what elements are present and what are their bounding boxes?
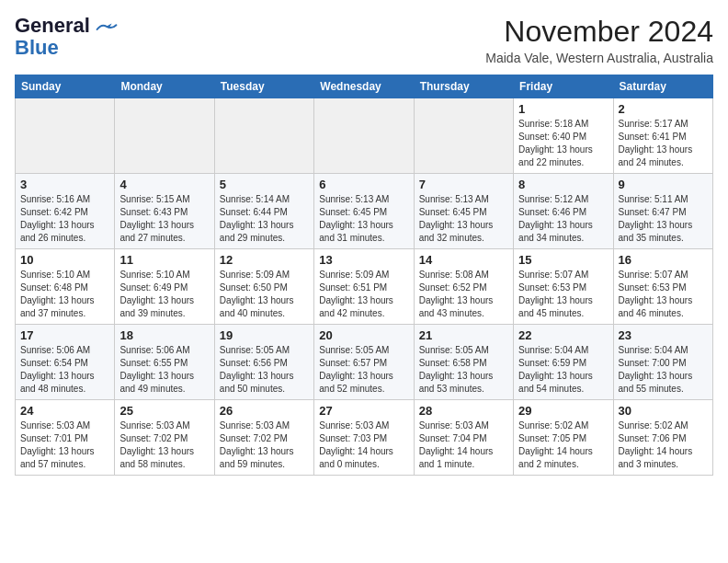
day-number: 29 [518, 404, 608, 418]
title-area: November 2024 Maida Vale, Western Austra… [485, 15, 713, 65]
day-number: 15 [518, 253, 608, 267]
day-info: Sunrise: 5:14 AM Sunset: 6:44 PM Dayligh… [220, 193, 309, 245]
day-info: Sunrise: 5:05 AM Sunset: 6:56 PM Dayligh… [220, 344, 309, 396]
calendar-cell: 29Sunrise: 5:02 AM Sunset: 7:05 PM Dayli… [514, 400, 613, 476]
week-row-4: 17Sunrise: 5:06 AM Sunset: 6:54 PM Dayli… [16, 325, 713, 400]
day-number: 10 [20, 253, 109, 267]
calendar-cell: 28Sunrise: 5:03 AM Sunset: 7:04 PM Dayli… [414, 400, 513, 476]
calendar-cell: 9Sunrise: 5:11 AM Sunset: 6:47 PM Daylig… [613, 174, 712, 249]
weekday-header-saturday: Saturday [613, 75, 712, 98]
day-number: 20 [319, 328, 408, 342]
day-number: 28 [419, 404, 508, 418]
day-info: Sunrise: 5:06 AM Sunset: 6:55 PM Dayligh… [119, 344, 209, 396]
calendar-cell: 10Sunrise: 5:10 AM Sunset: 6:48 PM Dayli… [16, 249, 115, 325]
day-number: 21 [419, 328, 508, 342]
day-info: Sunrise: 5:03 AM Sunset: 7:01 PM Dayligh… [20, 419, 109, 471]
day-number: 9 [619, 178, 708, 191]
weekday-header-row: SundayMondayTuesdayWednesdayThursdayFrid… [16, 75, 713, 98]
day-info: Sunrise: 5:05 AM Sunset: 6:58 PM Dayligh… [419, 344, 508, 396]
calendar: SundayMondayTuesdayWednesdayThursdayFrid… [15, 75, 713, 476]
day-number: 26 [220, 404, 309, 418]
day-number: 19 [220, 328, 309, 342]
day-number: 11 [119, 253, 209, 267]
day-number: 24 [20, 404, 109, 418]
calendar-cell: 20Sunrise: 5:05 AM Sunset: 6:57 PM Dayli… [314, 325, 414, 400]
day-info: Sunrise: 5:07 AM Sunset: 6:53 PM Dayligh… [619, 269, 708, 320]
calendar-cell: 27Sunrise: 5:03 AM Sunset: 7:03 PM Dayli… [314, 400, 414, 476]
day-info: Sunrise: 5:03 AM Sunset: 7:04 PM Dayligh… [419, 419, 508, 471]
calendar-cell: 17Sunrise: 5:06 AM Sunset: 6:54 PM Dayli… [16, 325, 115, 400]
logo-blue: Blue [15, 36, 59, 59]
day-number: 5 [220, 178, 309, 191]
day-info: Sunrise: 5:04 AM Sunset: 7:00 PM Dayligh… [619, 344, 708, 396]
day-info: Sunrise: 5:07 AM Sunset: 6:53 PM Dayligh… [518, 269, 608, 320]
calendar-cell: 8Sunrise: 5:12 AM Sunset: 6:46 PM Daylig… [514, 174, 613, 249]
day-info: Sunrise: 5:10 AM Sunset: 6:49 PM Dayligh… [119, 269, 209, 320]
day-info: Sunrise: 5:17 AM Sunset: 6:41 PM Dayligh… [619, 118, 708, 169]
header: General Blue November 2024 Maida Vale, W… [15, 15, 713, 65]
day-info: Sunrise: 5:05 AM Sunset: 6:57 PM Dayligh… [319, 344, 408, 396]
day-info: Sunrise: 5:16 AM Sunset: 6:42 PM Dayligh… [20, 193, 109, 245]
calendar-cell: 18Sunrise: 5:06 AM Sunset: 6:55 PM Dayli… [115, 325, 214, 400]
calendar-cell: 12Sunrise: 5:09 AM Sunset: 6:50 PM Dayli… [214, 249, 313, 325]
day-number: 4 [119, 178, 209, 191]
day-info: Sunrise: 5:11 AM Sunset: 6:47 PM Dayligh… [619, 193, 708, 245]
day-number: 25 [119, 404, 209, 418]
day-info: Sunrise: 5:06 AM Sunset: 6:54 PM Dayligh… [20, 344, 109, 396]
day-number: 16 [619, 253, 708, 267]
day-number: 23 [619, 328, 708, 342]
weekday-header-friday: Friday [514, 75, 613, 98]
week-row-3: 10Sunrise: 5:10 AM Sunset: 6:48 PM Dayli… [16, 249, 713, 325]
calendar-cell: 15Sunrise: 5:07 AM Sunset: 6:53 PM Dayli… [514, 249, 613, 325]
weekday-header-sunday: Sunday [16, 75, 115, 98]
day-number: 13 [319, 253, 408, 267]
day-info: Sunrise: 5:15 AM Sunset: 6:43 PM Dayligh… [119, 193, 209, 245]
calendar-cell: 2Sunrise: 5:17 AM Sunset: 6:41 PM Daylig… [613, 98, 712, 174]
weekday-header-tuesday: Tuesday [214, 75, 313, 98]
day-number: 6 [319, 178, 408, 191]
day-info: Sunrise: 5:09 AM Sunset: 6:50 PM Dayligh… [220, 269, 309, 320]
logo: General Blue [15, 15, 118, 59]
calendar-cell: 21Sunrise: 5:05 AM Sunset: 6:58 PM Dayli… [414, 325, 513, 400]
calendar-cell [115, 98, 214, 174]
calendar-cell [314, 98, 414, 174]
month-title: November 2024 [485, 15, 713, 49]
day-info: Sunrise: 5:13 AM Sunset: 6:45 PM Dayligh… [319, 193, 408, 245]
calendar-cell: 7Sunrise: 5:13 AM Sunset: 6:45 PM Daylig… [414, 174, 513, 249]
calendar-cell: 11Sunrise: 5:10 AM Sunset: 6:49 PM Dayli… [115, 249, 214, 325]
calendar-cell: 23Sunrise: 5:04 AM Sunset: 7:00 PM Dayli… [613, 325, 712, 400]
weekday-header-wednesday: Wednesday [314, 75, 414, 98]
day-number: 3 [20, 178, 109, 191]
day-number: 1 [518, 102, 608, 116]
day-number: 8 [518, 178, 608, 191]
day-number: 30 [619, 404, 708, 418]
day-info: Sunrise: 5:10 AM Sunset: 6:48 PM Dayligh… [20, 269, 109, 320]
week-row-1: 1Sunrise: 5:18 AM Sunset: 6:40 PM Daylig… [16, 98, 713, 174]
day-number: 18 [119, 328, 209, 342]
day-number: 14 [419, 253, 508, 267]
weekday-header-thursday: Thursday [414, 75, 513, 98]
day-number: 27 [319, 404, 408, 418]
day-info: Sunrise: 5:18 AM Sunset: 6:40 PM Dayligh… [518, 118, 608, 169]
calendar-cell: 22Sunrise: 5:04 AM Sunset: 6:59 PM Dayli… [514, 325, 613, 400]
calendar-cell: 5Sunrise: 5:14 AM Sunset: 6:44 PM Daylig… [214, 174, 313, 249]
day-info: Sunrise: 5:02 AM Sunset: 7:06 PM Dayligh… [619, 419, 708, 471]
calendar-cell [16, 98, 115, 174]
calendar-cell: 1Sunrise: 5:18 AM Sunset: 6:40 PM Daylig… [514, 98, 613, 174]
day-number: 12 [220, 253, 309, 267]
day-info: Sunrise: 5:03 AM Sunset: 7:02 PM Dayligh… [220, 419, 309, 471]
calendar-cell: 14Sunrise: 5:08 AM Sunset: 6:52 PM Dayli… [414, 249, 513, 325]
day-number: 7 [419, 178, 508, 191]
day-info: Sunrise: 5:08 AM Sunset: 6:52 PM Dayligh… [419, 269, 508, 320]
calendar-cell: 16Sunrise: 5:07 AM Sunset: 6:53 PM Dayli… [613, 249, 712, 325]
week-row-2: 3Sunrise: 5:16 AM Sunset: 6:42 PM Daylig… [16, 174, 713, 249]
calendar-cell: 19Sunrise: 5:05 AM Sunset: 6:56 PM Dayli… [214, 325, 313, 400]
logo-text: General Blue [15, 15, 118, 59]
day-number: 22 [518, 328, 608, 342]
day-number: 2 [619, 102, 708, 116]
calendar-cell: 6Sunrise: 5:13 AM Sunset: 6:45 PM Daylig… [314, 174, 414, 249]
calendar-cell: 30Sunrise: 5:02 AM Sunset: 7:06 PM Dayli… [613, 400, 712, 476]
calendar-cell: 24Sunrise: 5:03 AM Sunset: 7:01 PM Dayli… [16, 400, 115, 476]
calendar-cell: 13Sunrise: 5:09 AM Sunset: 6:51 PM Dayli… [314, 249, 414, 325]
day-info: Sunrise: 5:12 AM Sunset: 6:46 PM Dayligh… [518, 193, 608, 245]
